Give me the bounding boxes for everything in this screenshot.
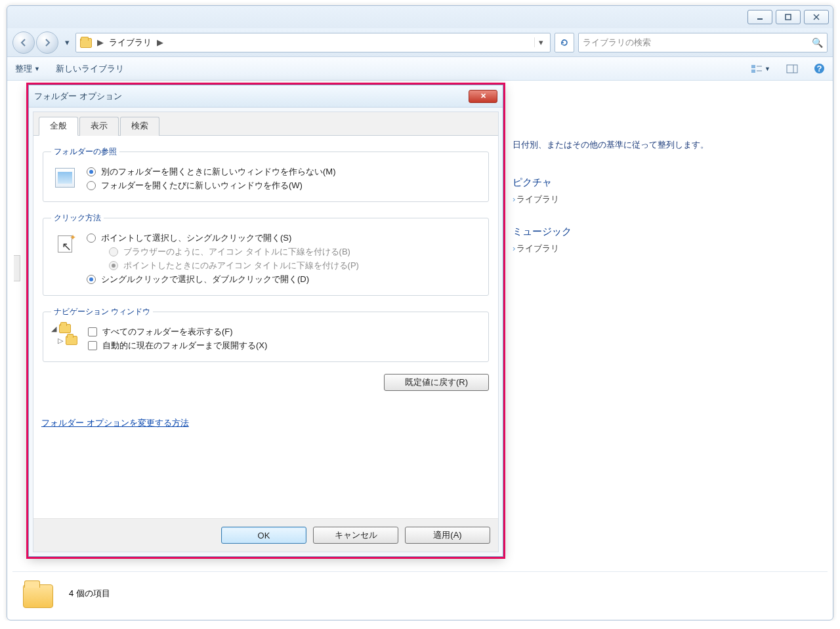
- tab-view[interactable]: 表示: [79, 117, 119, 136]
- folder-icon: [20, 578, 56, 609]
- chevron-right-icon: ›: [513, 243, 514, 253]
- help-link[interactable]: フォルダー オプションを変更する方法: [41, 417, 490, 429]
- status-text: 4 個の項目: [69, 588, 110, 599]
- dialog-button-row: OK キャンセル 適用(A): [33, 518, 498, 552]
- window-icon: [51, 164, 79, 192]
- tab-general[interactable]: 全般: [39, 117, 78, 136]
- nav-bar: ▾ ▶ ライブラリ ▶ ▾ ライブラリの検索 🔍: [7, 28, 833, 57]
- dialog-tabs: 全般 表示 検索: [33, 112, 498, 136]
- maximize-button[interactable]: [776, 10, 801, 24]
- group-legend: フォルダーの参照: [51, 146, 119, 157]
- radio-label: ポイントしたときにのみアイコン タイトルに下線を付ける(P): [123, 260, 359, 272]
- folder-icon: [79, 36, 93, 49]
- check-show-all-folders[interactable]: [88, 327, 97, 336]
- library-item-pictures[interactable]: ピクチャ › ライブラリ: [513, 173, 813, 208]
- group-legend: ナビゲーション ウィンドウ: [51, 306, 153, 317]
- breadcrumb-root[interactable]: ライブラリ: [105, 35, 156, 50]
- folder-options-dialog: フォルダー オプション ✕ 全般 表示 検索 フォルダーの参照: [28, 85, 503, 557]
- breadcrumb-separator: ▶: [96, 37, 105, 47]
- breadcrumb-separator: ▶: [156, 37, 165, 47]
- dialog-title: フォルダー オプション: [34, 91, 122, 102]
- radio-label: ポイントして選択し、シングルクリックで開く(S): [101, 232, 291, 244]
- ok-button[interactable]: OK: [221, 527, 306, 544]
- radio-double-click[interactable]: [87, 275, 96, 284]
- search-icon: 🔍: [812, 37, 823, 48]
- status-bar: 4 個の項目: [12, 571, 828, 615]
- svg-rect-1: [786, 14, 791, 20]
- preview-pane-button[interactable]: [786, 64, 798, 73]
- group-click-behavior: クリック方法 ✦ ポイントして選択し、シングルクリックで開く(S) ブラウザーの…: [43, 213, 489, 296]
- tree-icon: ◢ ▷: [51, 324, 77, 345]
- organize-menu[interactable]: 整理▼: [15, 63, 40, 75]
- radio-underline-hover: [109, 261, 118, 270]
- svg-rect-8: [787, 65, 797, 73]
- titlebar: [7, 6, 833, 28]
- svg-rect-5: [751, 70, 755, 73]
- radio-single-click[interactable]: [87, 233, 96, 243]
- radio-label: シングルクリックで選択し、ダブルクリックで開く(D): [101, 274, 309, 285]
- svg-rect-4: [751, 65, 755, 68]
- library-item-music[interactable]: ミュージック › ライブラリ: [513, 222, 813, 257]
- apply-button[interactable]: 適用(A): [405, 527, 490, 544]
- view-menu[interactable]: ▼: [751, 64, 770, 73]
- chevron-right-icon: ›: [513, 194, 514, 204]
- tab-search[interactable]: 検索: [120, 117, 159, 136]
- radio-same-window[interactable]: [87, 167, 96, 176]
- radio-label: フォルダーを開くたびに新しいウィンドウを作る(W): [101, 180, 303, 192]
- sort-hint: 日付別、またはその他の基準に従って整列します。: [513, 137, 813, 153]
- dialog-close-button[interactable]: ✕: [469, 90, 497, 103]
- forward-button[interactable]: [36, 31, 58, 54]
- search-placeholder: ライブラリの検索: [583, 37, 651, 49]
- radio-new-window[interactable]: [87, 181, 96, 190]
- new-library-button[interactable]: 新しいライブラリ: [56, 63, 124, 75]
- group-legend: クリック方法: [51, 213, 104, 224]
- content-pane: 日付別、またはその他の基準に従って整列します。 ピクチャ › ライブラリ ミュー…: [513, 137, 813, 257]
- radio-label: 別のフォルダーを開くときに新しいウィンドウを作らない(M): [101, 166, 336, 178]
- check-auto-expand[interactable]: [88, 341, 97, 350]
- command-bar: 整理▼ 新しいライブラリ ▼ ?: [7, 57, 833, 81]
- search-input[interactable]: ライブラリの検索 🔍: [578, 33, 828, 52]
- back-button[interactable]: [12, 31, 35, 54]
- help-button[interactable]: ?: [814, 63, 825, 74]
- check-label: 自動的に現在のフォルダーまで展開する(X): [102, 340, 267, 352]
- refresh-button[interactable]: [555, 33, 574, 52]
- cursor-icon: ✦: [51, 230, 79, 258]
- nav-history-dropdown[interactable]: ▾: [62, 31, 72, 54]
- address-dropdown[interactable]: ▾: [534, 37, 547, 47]
- dialog-highlight: フォルダー オプション ✕ 全般 表示 検索 フォルダーの参照: [28, 85, 503, 557]
- group-navigation-pane: ナビゲーション ウィンドウ ◢ ▷ すべてのフォルダーを表示する(F): [43, 306, 489, 362]
- svg-text:?: ?: [817, 64, 822, 73]
- close-button[interactable]: [804, 10, 829, 24]
- cancel-button[interactable]: キャンセル: [313, 527, 398, 544]
- radio-underline-browser: [109, 247, 118, 256]
- address-bar[interactable]: ▶ ライブラリ ▶ ▾: [75, 33, 551, 52]
- dialog-titlebar: フォルダー オプション ✕: [29, 85, 503, 108]
- group-browse-folders: フォルダーの参照 別のフォルダーを開くときに新しいウィンドウを作らない(M) フ…: [43, 146, 489, 202]
- minimize-button[interactable]: [747, 10, 772, 24]
- restore-defaults-button[interactable]: 既定値に戻す(R): [384, 374, 489, 391]
- check-label: すべてのフォルダーを表示する(F): [102, 326, 233, 338]
- radio-label: ブラウザーのように、アイコン タイトルに下線を付ける(B): [123, 246, 350, 258]
- nav-pane-peek: [14, 255, 20, 281]
- explorer-window: ▾ ▶ ライブラリ ▶ ▾ ライブラリの検索 🔍 整理▼ 新しいライブラリ ▼ …: [7, 5, 833, 620]
